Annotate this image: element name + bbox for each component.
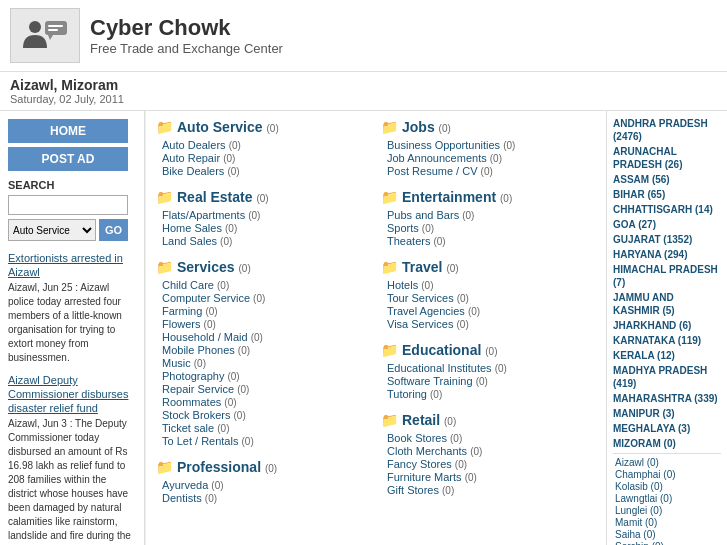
- city-link-mamit[interactable]: Mamit (0): [613, 517, 721, 528]
- cat-item[interactable]: Auto Repair (0): [156, 152, 371, 164]
- cat-item[interactable]: Cloth Merchants (0): [381, 445, 596, 457]
- cat-item[interactable]: Travel Agencies (0): [381, 305, 596, 317]
- cat-item[interactable]: Bike Dealers (0): [156, 165, 371, 177]
- state-link-arunachal[interactable]: ARUNACHAL PRADESH (26): [613, 145, 721, 171]
- cat-item[interactable]: Ticket sale (0): [156, 422, 371, 434]
- site-name: Cyber Chowk: [90, 15, 283, 41]
- state-link-cg[interactable]: CHHATTISGARH (14): [613, 203, 721, 216]
- folder-icon: 📁: [156, 259, 173, 275]
- home-button[interactable]: HOME: [8, 119, 128, 143]
- cat-item[interactable]: Auto Dealers (0): [156, 139, 371, 151]
- search-category-select[interactable]: Auto Service Jobs Real Estate Entertainm…: [8, 219, 96, 241]
- left-sidebar: HOME POST AD SEARCH Auto Service Jobs Re…: [0, 111, 145, 545]
- cat-item[interactable]: Hotels (0): [381, 279, 596, 291]
- city-link-lawngtlai[interactable]: Lawngtlai (0): [613, 493, 721, 504]
- state-link-mizoram[interactable]: MIZORAM (0): [613, 437, 721, 450]
- category-services: 📁 Services (0) Child Care (0) Computer S…: [156, 259, 371, 447]
- cat-item[interactable]: Post Resume / CV (0): [381, 165, 596, 177]
- state-link-goa[interactable]: GOA (27): [613, 218, 721, 231]
- category-retail-title: 📁 Retail (0): [381, 412, 596, 428]
- category-entertainment-title: 📁 Entertainment (0): [381, 189, 596, 205]
- cat-item[interactable]: Child Care (0): [156, 279, 371, 291]
- state-link-haryana[interactable]: HARYANA (294): [613, 248, 721, 261]
- state-link-karnataka[interactable]: KARNATAKA (119): [613, 334, 721, 347]
- category-jobs-title: 📁 Jobs (0): [381, 119, 596, 135]
- cat-item[interactable]: Fancy Stores (0): [381, 458, 596, 470]
- cat-item[interactable]: Sports (0): [381, 222, 596, 234]
- folder-icon: 📁: [156, 459, 173, 475]
- news-item-1: Extortionists arrested in Aizawl Aizawl,…: [8, 251, 136, 365]
- news-link-2[interactable]: Aizawl Deputy Commissioner disburses dis…: [8, 374, 128, 414]
- cat-item[interactable]: Stock Brokers (0): [156, 409, 371, 421]
- folder-icon: 📁: [381, 259, 398, 275]
- state-link-kerala[interactable]: KERALA (12): [613, 349, 721, 362]
- cat-item[interactable]: Ayurveda (0): [156, 479, 371, 491]
- svg-rect-5: [48, 29, 58, 31]
- state-link-meghalaya[interactable]: MEGHALAYA (3): [613, 422, 721, 435]
- category-professional: 📁 Professional (0) Ayurveda (0) Dentists…: [156, 459, 371, 504]
- cat-item[interactable]: Photography (0): [156, 370, 371, 382]
- cat-item[interactable]: Pubs and Bars (0): [381, 209, 596, 221]
- city-link-serchip[interactable]: Serchip (0): [613, 541, 721, 545]
- cat-item[interactable]: Software Training (0): [381, 375, 596, 387]
- state-link-assam[interactable]: ASSAM (56): [613, 173, 721, 186]
- state-link-manipur[interactable]: MANIPUR (3): [613, 407, 721, 420]
- cat-item[interactable]: Music (0): [156, 357, 371, 369]
- cat-item[interactable]: Repair Service (0): [156, 383, 371, 395]
- cat-item[interactable]: Tour Services (0): [381, 292, 596, 304]
- right-sidebar: ANDHRA PRADESH (2476) ARUNACHAL PRADESH …: [607, 111, 727, 545]
- search-label: SEARCH: [8, 179, 136, 191]
- search-input[interactable]: [8, 195, 128, 215]
- category-entertainment: 📁 Entertainment (0) Pubs and Bars (0) Sp…: [381, 189, 596, 247]
- news-body-1: Aizawl, Jun 25 : Aizawl police today arr…: [8, 281, 136, 365]
- category-travel-title: 📁 Travel (0): [381, 259, 596, 275]
- folder-icon: 📁: [156, 119, 173, 135]
- category-travel: 📁 Travel (0) Hotels (0) Tour Services (0…: [381, 259, 596, 330]
- center-content: 📁 Auto Service (0) Auto Dealers (0) Auto…: [145, 111, 607, 545]
- cat-item[interactable]: Flats/Apartments (0): [156, 209, 371, 221]
- category-jobs: 📁 Jobs (0) Business Opportunities (0) Jo…: [381, 119, 596, 177]
- state-link-mh[interactable]: MAHARASHTRA (339): [613, 392, 721, 405]
- cat-item[interactable]: Job Announcements (0): [381, 152, 596, 164]
- city-link-aizawl[interactable]: Aizawl (0): [613, 457, 721, 468]
- categories-right-col: 📁 Jobs (0) Business Opportunities (0) Jo…: [381, 119, 596, 516]
- cat-item[interactable]: Computer Service (0): [156, 292, 371, 304]
- cat-item[interactable]: Dentists (0): [156, 492, 371, 504]
- cat-item[interactable]: Tutoring (0): [381, 388, 596, 400]
- search-go-button[interactable]: GO: [99, 219, 128, 241]
- cat-item[interactable]: Theaters (0): [381, 235, 596, 247]
- cat-item[interactable]: Roommates (0): [156, 396, 371, 408]
- city-link-champhai[interactable]: Champhai (0): [613, 469, 721, 480]
- news-link-1[interactable]: Extortionists arrested in Aizawl: [8, 252, 123, 278]
- folder-icon: 📁: [156, 189, 173, 205]
- state-link-hp[interactable]: HIMACHAL PRADESH (7): [613, 263, 721, 289]
- cat-item[interactable]: Book Stores (0): [381, 432, 596, 444]
- folder-icon: 📁: [381, 189, 398, 205]
- city-link-saiha[interactable]: Saiha (0): [613, 529, 721, 540]
- cat-item[interactable]: Business Opportunities (0): [381, 139, 596, 151]
- city-link-lunglei[interactable]: Lunglei (0): [613, 505, 721, 516]
- cat-item[interactable]: Mobile Phones (0): [156, 344, 371, 356]
- state-link-mp[interactable]: MADHYA PRADESH (419): [613, 364, 721, 390]
- cat-item[interactable]: Home Sales (0): [156, 222, 371, 234]
- post-ad-button[interactable]: POST AD: [8, 147, 128, 171]
- cat-item[interactable]: Gift Stores (0): [381, 484, 596, 496]
- cat-item[interactable]: Farming (0): [156, 305, 371, 317]
- cat-item[interactable]: Furniture Marts (0): [381, 471, 596, 483]
- category-auto-service: 📁 Auto Service (0) Auto Dealers (0) Auto…: [156, 119, 371, 177]
- cat-item[interactable]: To Let / Rentals (0): [156, 435, 371, 447]
- category-services-title: 📁 Services (0): [156, 259, 371, 275]
- state-link-jk[interactable]: JAMMU AND KASHMIR (5): [613, 291, 721, 317]
- cat-item[interactable]: Household / Maid (0): [156, 331, 371, 343]
- categories-grid: 📁 Auto Service (0) Auto Dealers (0) Auto…: [156, 119, 596, 516]
- cat-item[interactable]: Land Sales (0): [156, 235, 371, 247]
- state-link-ap[interactable]: ANDHRA PRADESH (2476): [613, 117, 721, 143]
- cat-item[interactable]: Educational Institutes (0): [381, 362, 596, 374]
- state-link-jharkhand[interactable]: JHARKHAND (6): [613, 319, 721, 332]
- cat-item[interactable]: Visa Services (0): [381, 318, 596, 330]
- cat-item[interactable]: Flowers (0): [156, 318, 371, 330]
- city-link-kolasib[interactable]: Kolasib (0): [613, 481, 721, 492]
- svg-rect-4: [48, 25, 63, 27]
- state-link-bihar[interactable]: BIHAR (65): [613, 188, 721, 201]
- state-link-gujarat[interactable]: GUJARAT (1352): [613, 233, 721, 246]
